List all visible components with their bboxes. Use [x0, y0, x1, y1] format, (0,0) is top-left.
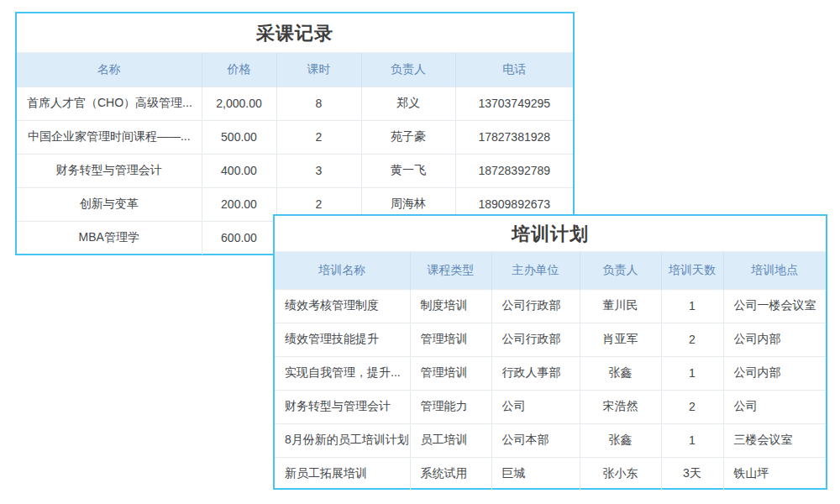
- table-cell: 公司行政部: [491, 323, 580, 356]
- table-cell: 13703749295: [455, 87, 573, 120]
- table-cell: 公司: [491, 390, 580, 423]
- table-cell: 1: [661, 289, 723, 323]
- table-row: 新员工拓展培训系统试用巨城张小东3天铁山坪: [275, 457, 826, 491]
- table-cell: 2: [661, 390, 723, 423]
- table-cell: 系统试用: [410, 457, 491, 491]
- table-cell: 400.00: [202, 154, 276, 187]
- table-row: 中国企业家管理时间课程——...500.002苑子豪17827381928: [17, 120, 573, 154]
- column-header: 负责人: [361, 53, 455, 87]
- table-cell: 1: [661, 423, 723, 457]
- training-plan-table: 培训名称课程类型主办单位负责人培训天数培训地点绩效考核管理制度制度培训公司行政部…: [275, 252, 826, 491]
- table-row: 实现自我管理，提升...管理培训行政人事部张鑫1公司内部: [275, 356, 826, 390]
- link-cell[interactable]: 张鑫: [580, 423, 661, 457]
- table-cell: 2: [276, 120, 361, 154]
- table-cell: 巨城: [491, 457, 580, 491]
- page-background: 采课记录 名称价格课时负责人电话首席人才官（CHO）高级管理...2,000.0…: [0, 0, 840, 504]
- link-cell[interactable]: 绩效考核管理制度: [275, 289, 410, 323]
- table-cell: 财务转型与管理会计: [17, 154, 202, 187]
- column-header: 名称: [17, 53, 202, 87]
- column-header: 价格: [202, 53, 276, 87]
- table-cell: 公司本部: [491, 423, 580, 457]
- header-row: 名称价格课时负责人电话: [17, 53, 573, 87]
- column-header: 课时: [276, 53, 361, 87]
- table-cell: 管理培训: [410, 323, 491, 356]
- table-row: 首席人才官（CHO）高级管理...2,000.008郑义13703749295: [17, 87, 573, 120]
- table-cell: 17827381928: [455, 120, 573, 154]
- training-plan-title: 培训计划: [275, 216, 826, 252]
- table-row: 财务转型与管理会计400.003黄一飞18728392789: [17, 154, 573, 187]
- column-header: 培训名称: [275, 252, 410, 289]
- table-cell: 3: [276, 154, 361, 187]
- table-row: 8月份新的员工培训计划员工培训公司本部张鑫1三楼会议室: [275, 423, 826, 457]
- table-cell: 中国企业家管理时间课程——...: [17, 120, 202, 154]
- purchase-records-title: 采课记录: [17, 13, 573, 53]
- table-cell: 管理能力: [410, 390, 491, 423]
- column-header: 培训天数: [661, 252, 723, 289]
- link-cell[interactable]: 财务转型与管理会计: [275, 390, 410, 423]
- table-cell: 三楼会议室: [723, 423, 826, 457]
- column-header: 电话: [455, 53, 573, 87]
- table-cell: 200.00: [202, 187, 276, 221]
- table-cell: 2,000.00: [202, 87, 276, 120]
- table-cell: 黄一飞: [361, 154, 455, 187]
- table-cell: 苑子豪: [361, 120, 455, 154]
- link-cell[interactable]: 新员工拓展培训: [275, 457, 410, 491]
- table-cell: 公司行政部: [491, 289, 580, 323]
- table-cell: 500.00: [202, 120, 276, 154]
- table-row: 绩效管理技能提升管理培训公司行政部肖亚军2公司内部: [275, 323, 826, 356]
- link-cell[interactable]: 绩效管理技能提升: [275, 323, 410, 356]
- link-cell[interactable]: 实现自我管理，提升...: [275, 356, 410, 390]
- table-cell: 员工培训: [410, 423, 491, 457]
- table-cell: 3天: [661, 457, 723, 491]
- table-cell: 首席人才官（CHO）高级管理...: [17, 87, 202, 120]
- link-cell[interactable]: 宋浩然: [580, 390, 661, 423]
- table-cell: 公司: [723, 390, 826, 423]
- table-cell: 公司内部: [723, 356, 826, 390]
- table-cell: 郑义: [361, 87, 455, 120]
- table-cell: 公司一楼会议室: [723, 289, 826, 323]
- table-row: 财务转型与管理会计管理能力公司宋浩然2公司: [275, 390, 826, 423]
- header-row: 培训名称课程类型主办单位负责人培训天数培训地点: [275, 252, 826, 289]
- table-cell: 创新与变革: [17, 187, 202, 221]
- link-cell[interactable]: 张鑫: [580, 356, 661, 390]
- table-cell: 管理培训: [410, 356, 491, 390]
- link-cell[interactable]: 张小东: [580, 457, 661, 491]
- table-cell: 8: [276, 87, 361, 120]
- table-cell: 2: [661, 323, 723, 356]
- column-header: 培训地点: [723, 252, 826, 289]
- training-plan-card: 培训计划 培训名称课程类型主办单位负责人培训天数培训地点绩效考核管理制度制度培训…: [273, 214, 827, 490]
- table-row: 绩效考核管理制度制度培训公司行政部董川民1公司一楼会议室: [275, 289, 826, 323]
- column-header: 课程类型: [410, 252, 491, 289]
- table-cell: 公司内部: [723, 323, 826, 356]
- table-cell: MBA管理学: [17, 221, 202, 255]
- table-cell: 行政人事部: [491, 356, 580, 390]
- table-cell: 18728392789: [455, 154, 573, 187]
- table-cell: 600.00: [202, 221, 276, 255]
- column-header: 负责人: [580, 252, 661, 289]
- table-cell: 制度培训: [410, 289, 491, 323]
- table-cell: 1: [661, 356, 723, 390]
- link-cell[interactable]: 肖亚军: [580, 323, 661, 356]
- table-cell: 铁山坪: [723, 457, 826, 491]
- link-cell[interactable]: 8月份新的员工培训计划: [275, 423, 410, 457]
- column-header: 主办单位: [491, 252, 580, 289]
- link-cell[interactable]: 董川民: [580, 289, 661, 323]
